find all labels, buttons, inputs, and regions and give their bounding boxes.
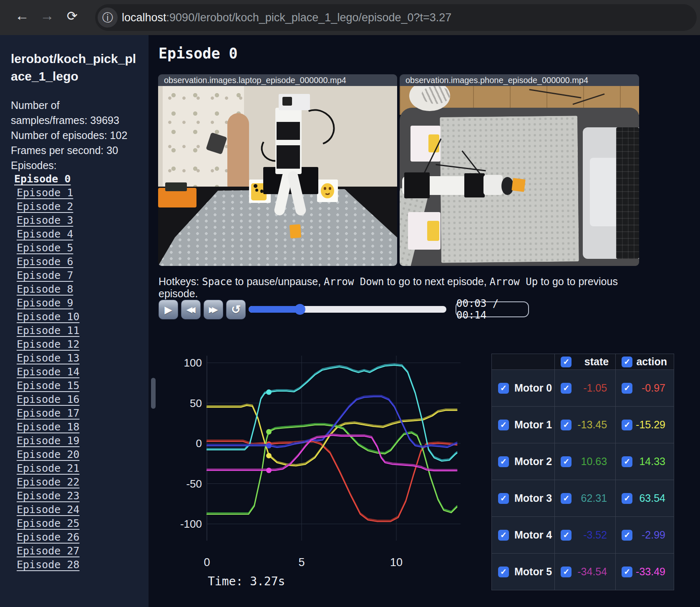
panda-eye [255, 189, 258, 192]
state-value: -1.05 [583, 382, 607, 394]
sidebar-episode-link-episode-7[interactable]: Episode 7 [17, 270, 149, 281]
time-cursor-marker [266, 443, 272, 448]
motor-row-checkbox[interactable]: ✓ [498, 456, 509, 467]
loop-button[interactable]: ↻ [226, 300, 246, 319]
video-frame-laptop [158, 86, 397, 266]
sidebar-episode-link-episode-25[interactable]: Episode 25 [17, 518, 149, 529]
motor-label: Motor 5 [514, 566, 552, 578]
sidebar-episode-link-episode-20[interactable]: Episode 20 [17, 449, 149, 460]
play-button[interactable]: ▶ [159, 300, 178, 319]
panda-eye [260, 190, 263, 193]
address-bar[interactable]: ⓘ localhost:9090/lerobot/koch_pick_place… [95, 4, 697, 31]
dataset-title: lerobot/koch_pick_place_1_lego [11, 50, 139, 85]
action-cell-checkbox[interactable]: ✓ [622, 420, 632, 430]
sidebar-episode-link-episode-19[interactable]: Episode 19 [17, 435, 149, 446]
state-cell-checkbox[interactable]: ✓ [561, 530, 572, 541]
sidebar-episode-link-episode-2[interactable]: Episode 2 [17, 201, 149, 212]
sidebar-episode-link-episode-4[interactable]: Episode 4 [17, 229, 149, 240]
sidebar-episode-link-episode-28[interactable]: Episode 28 [17, 559, 149, 570]
sidebar-episode-link-episode-9[interactable]: Episode 9 [17, 298, 149, 309]
sidebar-episode-link-episode-24[interactable]: Episode 24 [17, 504, 149, 515]
state-cell-checkbox[interactable]: ✓ [561, 567, 572, 577]
sidebar-episode-link-episode-15[interactable]: Episode 15 [17, 380, 149, 391]
video-player-phone[interactable]: observation.images.phone_episode_000000.… [400, 74, 639, 266]
action-column-checkbox[interactable]: ✓ [622, 357, 632, 367]
sidebar: lerobot/koch_pick_place_1_lego Number of… [0, 35, 149, 607]
state-cell-checkbox[interactable]: ✓ [561, 493, 572, 504]
sidebar-episode-link-episode-10[interactable]: Episode 10 [17, 311, 149, 322]
sidebar-episode-link-episode-26[interactable]: Episode 26 [17, 532, 149, 543]
sidebar-episode-link-episode-8[interactable]: Episode 8 [17, 284, 149, 295]
state-cell-checkbox[interactable]: ✓ [561, 383, 572, 394]
motor-label: Motor 1 [514, 419, 552, 431]
reload-icon[interactable]: ⟳ [67, 8, 78, 24]
state-cell-checkbox[interactable]: ✓ [561, 456, 572, 467]
state-column-header: state [584, 356, 609, 368]
dataset-stats: Number ofsamples/frames: 39693Number of … [11, 98, 139, 173]
person-arm [227, 113, 249, 196]
x-tick-label: 10 [390, 556, 403, 569]
sidebar-episode-link-episode-0[interactable]: Episode 0 [14, 174, 149, 185]
sidebar-episode-link-episode-5[interactable]: Episode 5 [17, 243, 149, 253]
laptop-keyboard [616, 127, 639, 259]
state-column-checkbox[interactable]: ✓ [561, 357, 572, 367]
motor-row-checkbox[interactable]: ✓ [498, 383, 509, 394]
seek-slider[interactable] [249, 306, 446, 313]
scrollbar-thumb[interactable] [151, 378, 156, 409]
action-value: 14.33 [639, 455, 665, 468]
sidebar-episode-link-episode-16[interactable]: Episode 16 [17, 394, 149, 405]
motor-label: Motor 2 [514, 455, 552, 468]
state-cell-checkbox[interactable]: ✓ [561, 420, 572, 430]
dataset-stat-line: Episodes: [11, 158, 139, 173]
rewind-icon: ◀◀ [186, 305, 192, 314]
url-text[interactable]: localhost:9090/lerobot/koch_pick_place_1… [122, 11, 451, 24]
motor-row-checkbox[interactable]: ✓ [498, 493, 509, 504]
action-cell-checkbox[interactable]: ✓ [622, 530, 632, 541]
sidebar-episode-link-episode-3[interactable]: Episode 3 [17, 215, 149, 226]
action-cell-checkbox[interactable]: ✓ [622, 493, 632, 504]
site-info-icon[interactable]: ⓘ [98, 8, 118, 28]
motor-row-checkbox[interactable]: ✓ [498, 530, 509, 541]
motor-row-checkbox[interactable]: ✓ [498, 420, 509, 430]
sidebar-episode-link-episode-6[interactable]: Episode 6 [17, 256, 149, 267]
sidebar-episode-link-episode-14[interactable]: Episode 14 [17, 367, 149, 377]
video-frame-phone [400, 86, 639, 266]
seek-slider-thumb[interactable] [295, 304, 305, 315]
action-cell-checkbox[interactable]: ✓ [622, 456, 632, 467]
state-value: 62.31 [581, 492, 607, 504]
forward-icon[interactable]: → [40, 8, 54, 24]
back-icon[interactable]: ← [15, 8, 29, 24]
smiley-eye [329, 187, 331, 190]
sidebar-episode-link-episode-11[interactable]: Episode 11 [17, 325, 149, 336]
fast-forward-button[interactable]: ▶▶ [204, 300, 223, 319]
robot-motor [277, 145, 300, 169]
robot-wrist [483, 175, 503, 195]
sidebar-episode-link-episode-22[interactable]: Episode 22 [17, 477, 149, 488]
video-title-phone: observation.images.phone_episode_000000.… [400, 74, 639, 86]
browser-toolbar: ← → ⟳ ⓘ localhost:9090/lerobot/koch_pick… [0, 0, 700, 35]
sidebar-episode-link-episode-1[interactable]: Episode 1 [17, 187, 149, 198]
sidebar-episode-link-episode-12[interactable]: Episode 12 [17, 339, 149, 350]
rewind-button[interactable]: ◀◀ [181, 300, 201, 319]
table-row: ✓Motor 1✓-13.45✓-15.29 [492, 407, 674, 443]
action-cell-checkbox[interactable]: ✓ [622, 567, 632, 577]
state-value: -13.45 [577, 419, 607, 431]
sidebar-episode-link-episode-18[interactable]: Episode 18 [17, 422, 149, 432]
robot-motor [404, 172, 429, 198]
action-cell-checkbox[interactable]: ✓ [622, 383, 632, 394]
seek-slider-fill [249, 306, 300, 313]
hotkey-key: Space [202, 276, 232, 288]
sidebar-episode-link-episode-23[interactable]: Episode 23 [17, 491, 149, 501]
sidebar-episode-link-episode-27[interactable]: Episode 27 [17, 546, 149, 556]
motor-timeseries-chart[interactable]: 100500-50-1000510Time: 3.27s [175, 330, 463, 601]
dataset-stat-line: Number of episodes: 102 [11, 128, 139, 143]
sidebar-episode-link-episode-13[interactable]: Episode 13 [17, 353, 149, 364]
video-player-laptop[interactable]: observation.images.laptop_episode_000000… [158, 74, 397, 266]
motor-row-checkbox[interactable]: ✓ [498, 567, 509, 577]
sidebar-episode-link-episode-21[interactable]: Episode 21 [17, 463, 149, 474]
hotkey-key: Arrow Up [490, 276, 538, 288]
laptop-trackpad [590, 158, 620, 226]
sidebar-episode-link-episode-17[interactable]: Episode 17 [17, 408, 149, 419]
x-tick-label: 5 [298, 556, 305, 569]
panda-ear [254, 184, 257, 188]
